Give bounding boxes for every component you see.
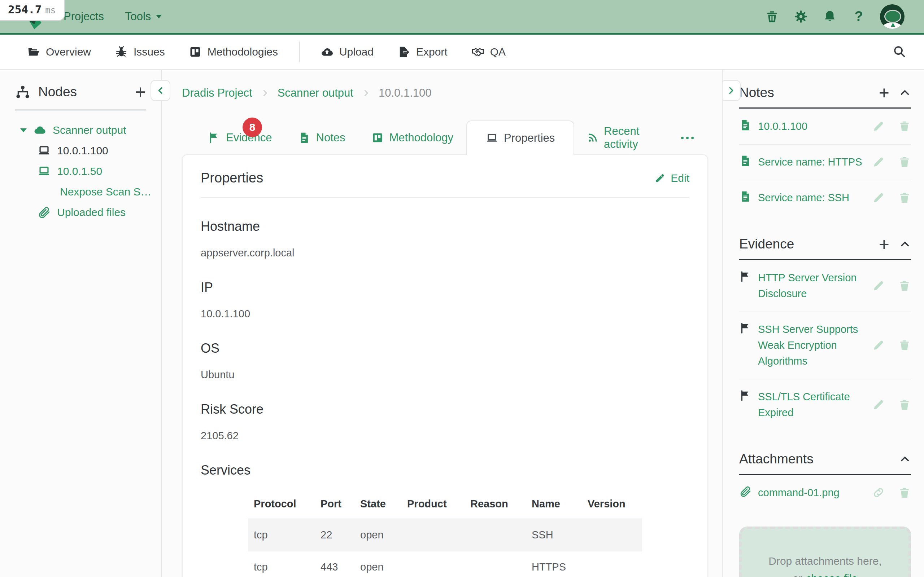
dradis-app: 254.7ms Projects Tools ? — [0, 0, 924, 577]
note-link[interactable]: Service name: SSH — [758, 190, 872, 206]
nav-overview-label: Overview — [46, 46, 91, 58]
edit-evidence-icon[interactable] — [872, 398, 885, 411]
collapse-attachments-button[interactable] — [899, 453, 911, 465]
tab-properties[interactable]: Properties — [466, 121, 574, 155]
nav-methodologies[interactable]: Methodologies — [189, 45, 278, 58]
evidence-link[interactable]: HTTP Server Version Disclosure — [758, 270, 872, 301]
collapse-sidebar-button[interactable] — [150, 80, 170, 101]
caret-down-icon[interactable] — [20, 128, 27, 135]
cell-name: HTTPS — [526, 551, 582, 577]
tree-node-label: Uploaded files — [57, 206, 126, 219]
nav-overview[interactable]: Overview — [27, 45, 91, 58]
nav-issues-label: Issues — [134, 46, 165, 58]
more-tabs-button[interactable]: ••• — [681, 132, 696, 143]
tab-notes[interactable]: Notes — [285, 121, 359, 155]
breadcrumb-scanner-output[interactable]: Scanner output — [278, 87, 353, 100]
attachments-section-header: Attachments — [739, 451, 911, 467]
tree-node-scanner-output[interactable]: Scanner output — [0, 120, 161, 140]
help-glyph: ? — [855, 9, 863, 24]
evidence-count-badge: 8 — [242, 118, 262, 137]
performance-badge: 254.7ms — [0, 0, 65, 21]
edit-note-icon[interactable] — [872, 155, 885, 168]
collapse-evidence-button[interactable] — [899, 238, 911, 250]
attachments-dropzone[interactable]: Drop attachments here, orchoose file — [739, 527, 911, 577]
avatar[interactable] — [880, 4, 905, 29]
cell-version — [582, 551, 642, 577]
choose-file-link[interactable]: choose file — [806, 572, 858, 577]
evidence-item: SSL/TLS Certificate Expired — [739, 379, 911, 430]
edit-note-icon[interactable] — [872, 191, 885, 204]
cloud-upload-icon — [320, 45, 333, 58]
bell-icon[interactable] — [819, 6, 840, 27]
col-state: State — [354, 492, 401, 519]
tab-evidence[interactable]: Evidence — [195, 121, 285, 155]
tab-methodology-label: Methodology — [389, 131, 454, 144]
search-icon[interactable] — [892, 44, 906, 60]
add-node-button[interactable]: + — [135, 85, 146, 99]
nav-issues[interactable]: Issues — [115, 45, 165, 58]
details-sidebar: Notes + 10.0.1.100 — [722, 70, 924, 577]
expand-panel-button[interactable] — [722, 80, 741, 101]
evidence-section-header: Evidence + — [739, 237, 911, 252]
service-row-ssh: tcp 22 open SSH — [248, 519, 642, 551]
delete-evidence-icon[interactable] — [898, 338, 911, 351]
services-heading: Services — [201, 463, 690, 478]
avatar-mini-logo — [891, 23, 895, 27]
nav-upload[interactable]: Upload — [320, 45, 373, 58]
delete-evidence-icon[interactable] — [898, 279, 911, 292]
flag-icon — [739, 322, 751, 336]
tab-notes-label: Notes — [316, 131, 346, 144]
copy-link-icon[interactable] — [872, 486, 885, 499]
gear-icon[interactable] — [790, 6, 811, 27]
tree-node-10-0-1-50[interactable]: 10.0.1.50 — [0, 161, 161, 181]
evidence-item: HTTP Server Version Disclosure — [739, 260, 911, 311]
evidence-section-title: Evidence — [739, 237, 794, 252]
collapse-notes-button[interactable] — [899, 87, 911, 99]
cell-reason — [465, 551, 526, 577]
attachment-link[interactable]: command-01.png — [758, 485, 872, 501]
col-protocol: Protocol — [248, 492, 315, 519]
evidence-link[interactable]: SSL/TLS Certificate Expired — [758, 389, 872, 421]
edit-evidence-icon[interactable] — [872, 338, 885, 351]
tree-node-uploaded-files[interactable]: Uploaded files — [0, 202, 161, 222]
tab-methodology[interactable]: Methodology — [359, 121, 467, 155]
delete-note-icon[interactable] — [898, 155, 911, 168]
note-icon — [298, 132, 310, 144]
tree-node-10-0-1-100[interactable]: 10.0.1.100 — [0, 140, 161, 161]
nav-export[interactable]: Export — [397, 45, 447, 58]
breadcrumb-current-node: 10.0.1.100 — [379, 87, 432, 100]
col-name: Name — [526, 492, 582, 519]
dropzone-or-text: or — [793, 572, 802, 577]
note-item: Service name: HTTPS — [739, 144, 911, 180]
nav-projects[interactable]: Projects — [63, 10, 104, 23]
delete-note-icon[interactable] — [898, 191, 911, 204]
pencil-icon — [654, 172, 666, 184]
add-note-button[interactable]: + — [879, 85, 889, 100]
help-icon[interactable]: ? — [848, 6, 869, 27]
edit-evidence-icon[interactable] — [872, 279, 885, 292]
chevron-up-icon — [899, 87, 911, 99]
delete-evidence-icon[interactable] — [898, 398, 911, 411]
nav-export-label: Export — [416, 46, 447, 58]
delete-attachment-icon[interactable] — [898, 486, 911, 499]
field-value-ip: 10.0.1.100 — [201, 308, 690, 320]
delete-note-icon[interactable] — [898, 120, 911, 133]
note-link[interactable]: 10.0.1.100 — [758, 118, 872, 134]
trash-icon[interactable] — [762, 6, 782, 27]
cell-port: 443 — [315, 551, 354, 577]
dropzone-text-2: orchoose file — [793, 572, 858, 577]
nav-tools[interactable]: Tools — [125, 10, 162, 23]
edit-properties-button[interactable]: Edit — [654, 172, 690, 184]
tree-node-nexpose-scan[interactable]: Nexpose Scan S… — [0, 181, 161, 202]
nav-qa[interactable]: QA — [472, 45, 506, 58]
note-icon — [739, 155, 751, 168]
topbar-actions: ? — [762, 4, 905, 29]
note-link[interactable]: Service name: HTTPS — [758, 154, 872, 170]
tab-recent-activity[interactable]: Recent activity — [574, 121, 680, 155]
evidence-link[interactable]: SSH Server Supports Weak Encryption Algo… — [758, 321, 872, 369]
board-icon — [189, 45, 202, 58]
edit-note-icon[interactable] — [872, 120, 885, 133]
breadcrumb-project[interactable]: Dradis Project — [182, 87, 252, 100]
notes-section-header: Notes + — [739, 85, 911, 100]
add-evidence-button[interactable]: + — [879, 237, 889, 251]
